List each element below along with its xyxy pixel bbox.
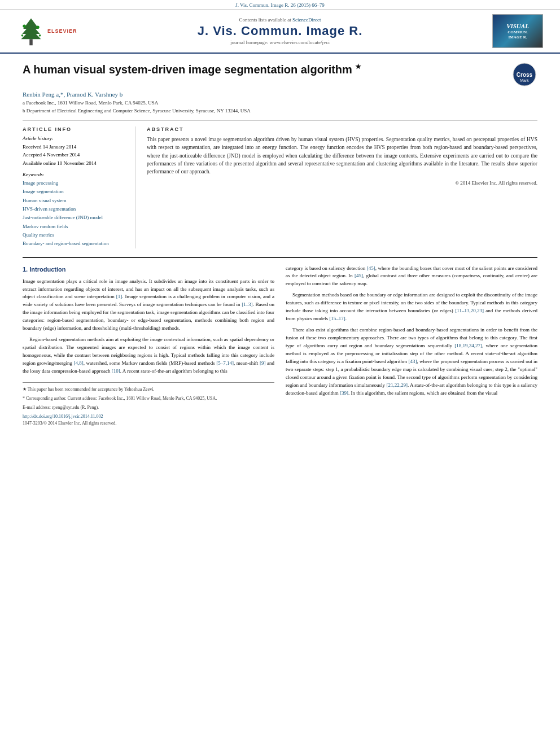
keyword-5: Just-noticeable difference (JND) model [23,213,126,222]
visual-journal-logo: VISUAL COMMUN. IMAGE R. [492,14,543,48]
right-para-1: category is based on saliency detection … [286,265,537,289]
article-info-title: ARTICLE INFO [23,126,126,132]
affiliation-a: a Facebook Inc., 1601 Willow Road, Menlo… [23,99,537,107]
accepted-date: Accepted 4 November 2014 [23,151,126,159]
abstract-text: This paper presents a novel image segmen… [147,136,537,176]
keywords-label: Keywords: [23,172,126,177]
journal-citation: J. Vis. Commun. Image R. 26 (2015) 66–79 [235,2,325,8]
affiliation-b: b Department of Electrical Engineering a… [23,107,537,115]
authors: Renbin Peng a,*, Pramod K. Varshney b [23,91,537,98]
journal-title-area: Contents lists available at ScienceDirec… [85,17,475,45]
intro-para-2: Region-based segmentation methods aim at… [23,336,274,375]
doi-link[interactable]: http://dx.doi.org/10.1016/j.jvcir.2014.1… [23,414,103,419]
journal-header: ELSEVIER Contents lists available at Sci… [0,10,560,54]
star-note: ★ This paper has been recommended for ac… [23,387,154,392]
svg-point-6 [21,34,24,37]
right-para-2: Segmentation methods based on the bounda… [286,291,537,323]
copyright: © 2014 Elsevier Inc. All rights reserved… [147,180,537,186]
section-number: 1. [23,266,28,273]
journal-title: J. Vis. Commun. Image R. [85,24,475,38]
email-note: E-mail address: rpeng@syr.edu (R. Peng). [23,405,99,410]
paper-title-section: A human visual system-driven image segme… [23,62,537,88]
svg-text:Mark: Mark [520,78,529,82]
footer-email: E-mail address: rpeng@syr.edu (R. Peng). [23,404,274,411]
visual-logo-area: VISUAL COMMUN. IMAGE R. [475,14,543,48]
contents-label: Contents lists available at [239,17,291,23]
elsevier-logo-area: ELSEVIER [17,16,85,47]
abstract-title: ABSTRACT [147,126,537,132]
elsevier-name: ELSEVIER [47,28,77,34]
main-content: A human visual system-driven image segme… [0,54,560,436]
right-para-3: There also exist algorithms that combine… [286,326,537,397]
svg-point-7 [39,34,41,37]
footer-issn: 1047-3203/© 2014 Elsevier Inc. All right… [23,420,274,427]
body-left-column: 1. Introduction Image segmentation plays… [23,265,274,427]
keyword-1: Image processing [23,179,126,187]
footer-note-2: * Corresponding author. Current address:… [23,395,274,402]
keyword-4: HVS-driven segmentation [23,205,126,213]
svg-rect-0 [29,39,33,45]
article-history-label: Article history: [23,136,126,141]
svg-text:Cross: Cross [517,72,533,78]
keyword-6: Markov random fields [23,222,126,231]
visual-logo-text: VISUAL COMMUN. IMAGE R. [506,23,529,40]
sciencedirect-link[interactable]: ScienceDirect [292,17,321,23]
paper-title: A human visual system-driven image segme… [23,62,501,77]
intro-text: Image segmentation plays a critical role… [23,278,274,375]
star-superscript: ★ [355,63,361,71]
section-title-text: Introduction [29,266,65,273]
svg-point-5 [36,25,40,29]
affiliations: a Facebook Inc., 1601 Willow Road, Menlo… [23,99,537,115]
keyword-8: Boundary- and region-based segmentation [23,239,126,248]
footer-note-1: ★ This paper has been recommended for ac… [23,386,274,393]
intro-heading: 1. Introduction [23,265,274,274]
intro-para-1: Image segmentation plays a critical role… [23,278,274,333]
svg-point-4 [23,24,26,28]
footer-notes: ★ This paper has been recommended for ac… [23,382,274,427]
journal-homepage: journal homepage: www.elsevier.com/locat… [85,40,475,45]
paper-title-text: A human visual system-driven image segme… [23,63,352,76]
journal-info-bar: J. Vis. Commun. Image R. 26 (2015) 66–79 [0,0,560,10]
article-info-panel: ARTICLE INFO Article history: Received 1… [23,126,135,248]
available-date: Available online 10 November 2014 [23,159,126,167]
contents-available: Contents lists available at ScienceDirec… [85,17,475,23]
keyword-2: Image segmentation [23,187,126,196]
right-col-text: category is based on saliency detection … [286,265,537,397]
keywords-list: Image processing Image segmentation Huma… [23,179,126,248]
keyword-7: Quality metrics [23,231,126,239]
article-info-abstract: ARTICLE INFO Article history: Received 1… [23,120,537,248]
abstract-section: ABSTRACT This paper presents a novel ima… [147,126,537,248]
keyword-3: Human visual system [23,196,126,205]
elsevier-tree-icon [17,16,45,47]
body-section: 1. Introduction Image segmentation plays… [23,257,537,427]
elsevier-logo: ELSEVIER [17,16,85,47]
corresponding-note: * Corresponding author. Current address:… [23,396,217,401]
crossmark-logo[interactable]: Cross Mark [512,62,537,88]
received-date: Received 14 January 2014 [23,143,126,151]
article-history: Received 14 January 2014 Accepted 4 Nove… [23,143,126,167]
footer-doi-line: http://dx.doi.org/10.1016/j.jvcir.2014.1… [23,413,274,420]
body-right-column: category is based on saliency detection … [286,265,537,427]
